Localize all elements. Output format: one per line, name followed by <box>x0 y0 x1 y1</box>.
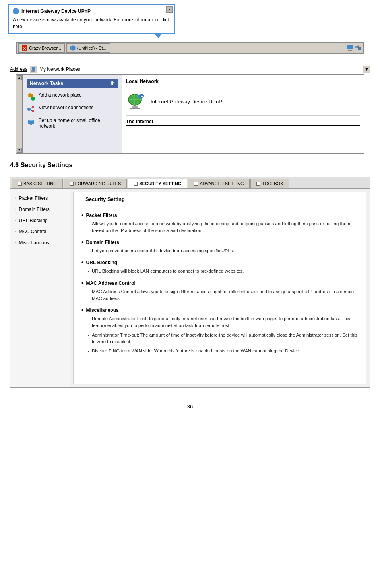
tab-security-setting[interactable]: SECURITY SETTING <box>128 179 187 188</box>
svg-point-22 <box>27 108 31 111</box>
domain-filters-desc: Let you prevent users under this device … <box>81 248 358 254</box>
sidebar-item-mac-control[interactable]: • MAC Control <box>10 226 70 237</box>
bullet-icon: • <box>15 196 17 200</box>
page-number: 36 <box>10 396 370 418</box>
router-ui: BASIC SETTING FORWARDING RULES SECURITY … <box>10 177 370 388</box>
svg-rect-10 <box>358 47 361 50</box>
bullet-icon: • <box>15 207 17 211</box>
crazy-browser-button[interactable]: X Crazy Browser... <box>18 43 65 53</box>
crazy-browser-icon: X <box>22 45 27 51</box>
svg-rect-28 <box>28 120 34 124</box>
taskbar-right-icons <box>347 44 362 52</box>
browser-icon <box>70 45 76 51</box>
connections-icon <box>27 105 35 114</box>
miscellaneous-title: Miscellaneous <box>81 307 358 314</box>
security-item-mac-control: MAC Address Control MAC Address Control … <box>81 280 358 302</box>
svg-rect-6 <box>347 45 353 49</box>
untitled-browser-button[interactable]: (Untitled) - Et... <box>66 43 110 53</box>
url-blocking-title: URL Blocking <box>81 259 358 266</box>
internet-title: The Internet <box>126 119 360 126</box>
tab-checkbox-forwarding <box>70 182 74 186</box>
tab-forwarding-rules[interactable]: FORWARDING RULES <box>64 179 127 188</box>
scroll-up-arrow[interactable]: ▲ <box>17 75 22 80</box>
address-bar-section: Address My Network Places ▼ ▲ ▼ Network … <box>8 64 372 154</box>
svg-rect-29 <box>30 124 32 125</box>
packet-filters-desc: Allows you to control access to a networ… <box>81 220 358 234</box>
setup-network-task[interactable]: Set up a home or small office network <box>27 118 118 129</box>
setup-icon <box>27 118 35 126</box>
gateway-device-name: Internet Gateway Device UPnP <box>151 99 222 104</box>
address-label: Address <box>10 66 27 72</box>
bullet-icon: • <box>15 218 17 222</box>
network-window: ▲ ▼ Network Tasks ⬆ + Add a network plac… <box>16 74 364 154</box>
scroll-bar[interactable]: ▲ ▼ <box>16 75 23 153</box>
sidebar-item-miscellaneous[interactable]: • Miscellaneous <box>10 237 70 248</box>
svg-point-23 <box>32 106 34 108</box>
nav-tabs: BASIC SETTING FORWARDING RULES SECURITY … <box>10 177 370 189</box>
tab-checkbox-advanced <box>194 182 198 186</box>
gateway-device-icon <box>126 93 146 110</box>
main-content: 4.6 Security Settings BASIC SETTING FORW… <box>0 154 380 426</box>
address-bar: Address My Network Places ▼ <box>8 64 372 74</box>
popup-title: i Internet Gateway Device UPnP <box>13 8 170 14</box>
tab-toolbox[interactable]: TOOLBOX <box>250 179 289 188</box>
section-heading: 4.6 Security Settings <box>10 162 370 169</box>
tab-checkbox-security <box>134 182 138 186</box>
bullet-icon: • <box>15 240 17 245</box>
taskbar-icon1 <box>347 44 354 52</box>
tab-checkbox-basic <box>18 182 22 186</box>
domain-filters-title: Domain Filters <box>81 239 358 246</box>
security-setting-panel: Security Setting Packet Filters Allows y… <box>73 192 366 384</box>
svg-point-13 <box>32 67 35 70</box>
svg-rect-36 <box>132 106 138 108</box>
scroll-down-arrow[interactable]: ▼ <box>17 148 22 153</box>
miscellaneous-desc: Remote Administrator Host: In general, o… <box>81 315 358 354</box>
tab-checkbox-toolbox <box>256 182 260 186</box>
security-item-domain-filters: Domain Filters Let you prevent users und… <box>81 239 358 254</box>
add-network-icon: + <box>27 92 35 101</box>
popup-message: A new device is now available on your ne… <box>13 17 170 30</box>
sidebar: • Packet Filters • Domain Filters • URL … <box>10 189 70 387</box>
security-item-packet-filters: Packet Filters Allows you to control acc… <box>81 212 358 234</box>
collapse-icon[interactable]: ⬆ <box>110 80 114 87</box>
add-network-place-task[interactable]: + Add a network place <box>27 92 118 101</box>
tab-basic-setting[interactable]: BASIC SETTING <box>12 179 63 188</box>
upnp-notification-popup: × i Internet Gateway Device UPnP A new d… <box>8 4 175 34</box>
router-content: • Packet Filters • Domain Filters • URL … <box>10 189 370 387</box>
info-icon: i <box>13 8 19 14</box>
network-places-icon <box>30 66 37 73</box>
panel-title: Security Setting <box>78 196 362 205</box>
mac-control-title: MAC Address Control <box>81 280 358 287</box>
view-network-connections-task[interactable]: View network connections <box>27 105 118 114</box>
svg-rect-7 <box>348 50 352 51</box>
security-item-miscellaneous: Miscellaneous Remote Administrator Host:… <box>81 307 358 354</box>
security-items-list: Packet Filters Allows you to control acc… <box>78 210 362 362</box>
gateway-device-item[interactable]: Internet Gateway Device UPnP <box>126 89 360 114</box>
address-text: My Network Places <box>39 66 361 72</box>
url-blocking-desc: URL Blocking will block LAN computers to… <box>81 268 358 275</box>
svg-text:X: X <box>23 46 26 50</box>
popup-close-button[interactable]: × <box>166 6 173 13</box>
bullet-icon: • <box>15 229 17 234</box>
network-divider <box>126 115 360 116</box>
packet-filters-title: Packet Filters <box>81 212 358 219</box>
network-tasks-panel: Network Tasks ⬆ + Add a network place <box>23 75 122 153</box>
panel-title-checkbox <box>78 197 82 201</box>
sidebar-item-packet-filters[interactable]: • Packet Filters <box>10 193 70 204</box>
sidebar-item-url-blocking[interactable]: • URL Blocking <box>10 215 70 226</box>
local-network-title: Local Network <box>126 79 360 85</box>
sidebar-item-domain-filters[interactable]: • Domain Filters <box>10 204 70 215</box>
taskbar: X Crazy Browser... (Untitled) - Et... <box>16 42 364 54</box>
security-item-url-blocking: URL Blocking URL Blocking will block LAN… <box>81 259 358 275</box>
network-content-panel: Local Network Internet Gateway Device UP… <box>122 75 364 153</box>
network-tasks-header: Network Tasks ⬆ <box>27 79 118 88</box>
svg-text:+: + <box>32 97 34 101</box>
svg-point-24 <box>32 110 34 112</box>
address-dropdown-button[interactable]: ▼ <box>363 66 370 73</box>
taskbar-icon2 <box>355 44 362 52</box>
tab-advanced-setting[interactable]: ADVANCED SETTING <box>188 179 250 188</box>
mac-control-desc: MAC Address Control allows you to assign… <box>81 288 358 302</box>
svg-rect-37 <box>130 108 140 109</box>
